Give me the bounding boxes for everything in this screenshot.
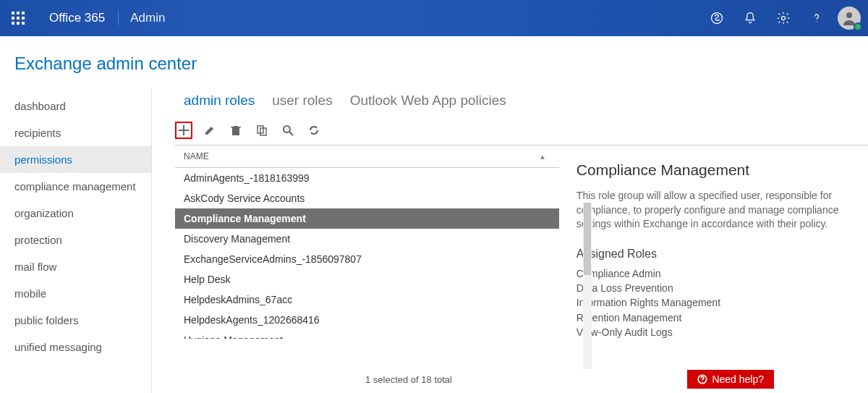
svg-rect-14 — [179, 130, 189, 131]
sidebar-item-protection[interactable]: protection — [0, 227, 151, 253]
tab-owa-policies[interactable]: Outlook Web App policies — [350, 93, 506, 109]
svg-line-21 — [289, 132, 293, 135]
toolbar — [175, 122, 868, 145]
refresh-button[interactable] — [305, 122, 323, 139]
assigned-role: Compliance Admin — [576, 266, 851, 281]
sidebar-item-recipients[interactable]: recipients — [0, 119, 151, 146]
svg-point-11 — [817, 22, 817, 22]
assigned-role: Data Loss Prevention — [576, 281, 851, 295]
edit-button[interactable] — [201, 122, 218, 139]
selection-count: 1 selected of 18 total — [365, 374, 452, 385]
assigned-role: Information Rights Management — [576, 295, 851, 310]
grid-wrap: NAME ▲ AdminAgents_-1818163999 AskCody S… — [175, 145, 868, 339]
sidebar-item-mailflow[interactable]: mail flow — [0, 253, 151, 280]
details-description: This role group will allow a specified u… — [576, 189, 851, 232]
content-area: admin roles user roles Outlook Web App p… — [152, 88, 868, 393]
svg-rect-6 — [12, 22, 14, 25]
page-title: Exchange admin center — [0, 36, 868, 88]
notifications-icon[interactable] — [733, 0, 767, 36]
sort-indicator-icon: ▲ — [539, 153, 546, 161]
svg-rect-0 — [12, 12, 14, 14]
need-help-label: Need help? — [712, 373, 764, 385]
sidebar-item-publicfolders[interactable]: public folders — [0, 307, 151, 334]
top-bar: Office 365 Admin — [0, 0, 868, 36]
table-row[interactable]: Help Desk — [175, 269, 559, 290]
brand-link[interactable]: Office 365 — [36, 11, 118, 25]
sidebar-item-mobile[interactable]: mobile — [0, 280, 151, 307]
table-row[interactable]: HelpdeskAgents_1202668416 — [175, 310, 559, 330]
sidebar-item-dashboard[interactable]: dashboard — [0, 93, 151, 119]
need-help-button[interactable]: Need help? — [687, 370, 774, 389]
svg-point-20 — [284, 126, 290, 132]
assigned-roles-heading: Assigned Roles — [576, 248, 851, 261]
delete-button[interactable] — [227, 122, 244, 139]
tab-admin-roles[interactable]: admin roles — [184, 93, 255, 109]
svg-rect-15 — [232, 127, 239, 135]
assigned-role: Retention Management — [576, 310, 851, 325]
svg-rect-1 — [17, 12, 20, 14]
copy-button[interactable] — [253, 122, 271, 139]
sidebar: dashboard recipients permissions complia… — [0, 88, 152, 393]
scrollbar-thumb[interactable] — [584, 203, 591, 275]
svg-rect-8 — [22, 22, 25, 25]
table-row[interactable]: Compliance Management — [175, 208, 559, 229]
table-row[interactable]: ExchangeServiceAdmins_-1856097807 — [175, 249, 559, 269]
admin-link[interactable]: Admin — [118, 11, 176, 25]
table-row[interactable]: Hygiene Management — [175, 330, 559, 339]
table-row[interactable]: HelpdeskAdmins_67acc — [175, 290, 559, 310]
svg-rect-3 — [12, 17, 14, 20]
svg-point-10 — [782, 17, 786, 20]
svg-rect-17 — [231, 127, 241, 127]
sidebar-item-permissions[interactable]: permissions — [0, 146, 151, 173]
column-header-name[interactable]: NAME ▲ — [175, 145, 559, 168]
sidebar-item-compliance[interactable]: compliance management — [0, 173, 151, 200]
scrollbar[interactable] — [583, 203, 592, 369]
tab-bar: admin roles user roles Outlook Web App p… — [175, 88, 868, 122]
table-row[interactable]: AskCody Service Accounts — [175, 188, 559, 208]
settings-icon[interactable] — [767, 0, 800, 36]
svg-rect-5 — [22, 17, 25, 20]
app-launcher-icon[interactable] — [0, 0, 36, 36]
sidebar-item-organization[interactable]: organization — [0, 200, 151, 227]
column-header-label: NAME — [184, 151, 209, 161]
footer: 1 selected of 18 total Need help? — [181, 370, 868, 389]
skype-icon[interactable] — [700, 0, 733, 36]
table-row[interactable]: AdminAgents_-1818163999 — [175, 168, 559, 188]
user-avatar[interactable] — [838, 7, 861, 30]
svg-rect-2 — [22, 12, 25, 14]
table-row[interactable]: Discovery Management — [175, 229, 559, 249]
tab-user-roles[interactable]: user roles — [272, 93, 332, 109]
svg-point-12 — [846, 12, 852, 18]
help-icon[interactable] — [800, 0, 833, 36]
add-button[interactable] — [175, 122, 192, 139]
details-pane: Compliance Management This role group wi… — [559, 145, 868, 339]
search-button[interactable] — [279, 122, 297, 139]
sidebar-item-unifiedmessaging[interactable]: unified messaging — [0, 334, 151, 360]
details-title: Compliance Management — [576, 161, 851, 179]
assigned-role: View-Only Audit Logs — [576, 325, 851, 339]
svg-rect-4 — [17, 17, 20, 20]
main-area: dashboard recipients permissions complia… — [0, 88, 868, 393]
presence-indicator — [854, 22, 862, 31]
role-list: NAME ▲ AdminAgents_-1818163999 AskCody S… — [175, 145, 559, 339]
svg-rect-7 — [17, 22, 20, 25]
svg-point-23 — [702, 381, 703, 382]
